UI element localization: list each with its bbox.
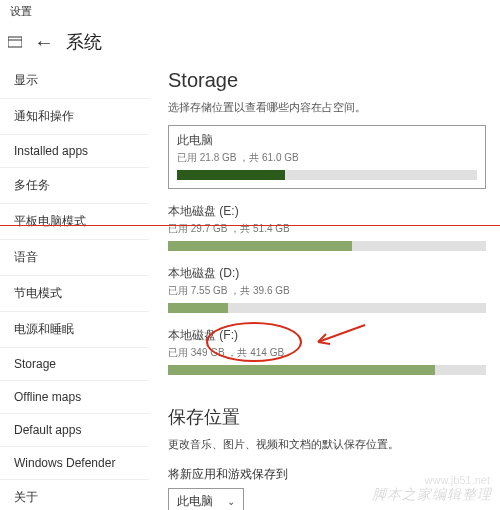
window-titlebar: 设置: [0, 0, 500, 28]
drive-name: 本地磁盘 (F:): [168, 327, 486, 344]
header: ← 系统: [0, 28, 500, 63]
drive-d[interactable]: 本地磁盘 (D:) 已用 7.55 GB ，共 39.6 GB: [168, 265, 486, 313]
sidebar-item-default-apps[interactable]: Default apps: [0, 414, 149, 447]
usage-bar: [168, 365, 486, 375]
page-title: 系统: [66, 30, 102, 54]
sidebar-item-storage[interactable]: Storage: [0, 348, 149, 381]
save-select-apps[interactable]: 此电脑 ⌄: [168, 488, 244, 510]
sidebar-item-power[interactable]: 电源和睡眠: [0, 312, 149, 348]
sidebar-item-multitask[interactable]: 多任务: [0, 168, 149, 204]
sidebar-item-about[interactable]: 关于: [0, 480, 149, 510]
storage-heading: Storage: [168, 69, 486, 92]
drive-detail: 已用 29.7 GB ，共 51.4 GB: [168, 222, 486, 236]
drive-detail: 已用 7.55 GB ，共 39.6 GB: [168, 284, 486, 298]
drive-f[interactable]: 本地磁盘 (F:) 已用 349 GB ，共 414 GB: [168, 327, 486, 375]
sidebar: 显示 通知和操作 Installed apps 多任务 平板电脑模式 语音 节电…: [0, 63, 150, 510]
svg-rect-0: [8, 37, 22, 47]
window-icon: [8, 35, 22, 49]
drive-name: 此电脑: [177, 132, 477, 149]
chevron-down-icon: ⌄: [227, 496, 235, 507]
sidebar-item-defender[interactable]: Windows Defender: [0, 447, 149, 480]
usage-bar: [177, 170, 477, 180]
sidebar-item-installed-apps[interactable]: Installed apps: [0, 135, 149, 168]
save-group-apps: 将新应用和游戏保存到 此电脑 ⌄: [168, 466, 486, 510]
drive-detail: 已用 21.8 GB ，共 61.0 GB: [177, 151, 477, 165]
usage-bar: [168, 241, 486, 251]
drive-detail: 已用 349 GB ，共 414 GB: [168, 346, 486, 360]
sidebar-item-tablet[interactable]: 平板电脑模式: [0, 204, 149, 240]
select-value: 此电脑: [177, 493, 213, 510]
save-label: 将新应用和游戏保存到: [168, 466, 486, 483]
storage-subtitle: 选择存储位置以查看哪些内容在占空间。: [168, 100, 486, 115]
sidebar-item-speech[interactable]: 语音: [0, 240, 149, 276]
drive-name: 本地磁盘 (E:): [168, 203, 486, 220]
main-panel: Storage 选择存储位置以查看哪些内容在占空间。 此电脑 已用 21.8 G…: [150, 63, 500, 510]
drive-this-pc[interactable]: 此电脑 已用 21.8 GB ，共 61.0 GB: [168, 125, 486, 189]
sidebar-item-offline-maps[interactable]: Offline maps: [0, 381, 149, 414]
usage-bar: [168, 303, 486, 313]
drive-e[interactable]: 本地磁盘 (E:) 已用 29.7 GB ，共 51.4 GB: [168, 203, 486, 251]
back-button[interactable]: ←: [34, 32, 54, 52]
sidebar-item-display[interactable]: 显示: [0, 63, 149, 99]
sidebar-item-battery[interactable]: 节电模式: [0, 276, 149, 312]
save-location-subtitle: 更改音乐、图片、视频和文档的默认保存位置。: [168, 437, 486, 452]
save-location-heading: 保存位置: [168, 405, 240, 429]
sidebar-item-notifications[interactable]: 通知和操作: [0, 99, 149, 135]
drive-name: 本地磁盘 (D:): [168, 265, 486, 282]
